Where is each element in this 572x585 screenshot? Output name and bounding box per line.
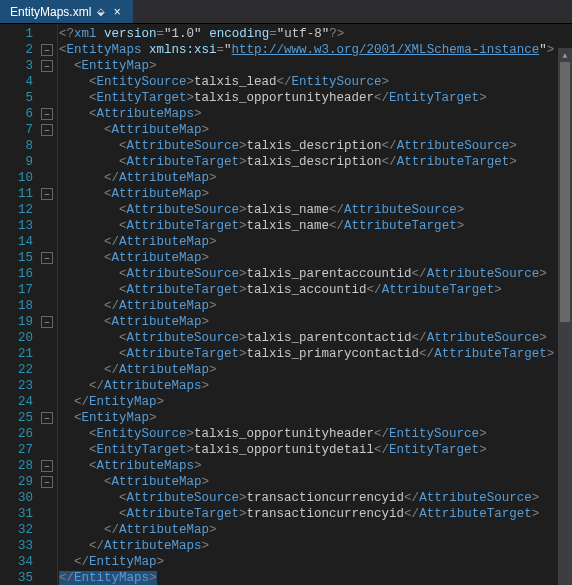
code-line[interactable]: <AttributeTarget>talxis_description</Att…	[59, 154, 572, 170]
line-number: 19	[11, 314, 39, 330]
code-line[interactable]: <AttributeTarget>transactioncurrencyid</…	[59, 506, 572, 522]
line-number: 28	[11, 458, 39, 474]
code-line[interactable]: <AttributeTarget>talxis_primarycontactid…	[59, 346, 572, 362]
code-line[interactable]: <EntityMaps xmlns:xsi="http://www.w3.org…	[59, 42, 572, 58]
code-line[interactable]: <AttributeTarget>talxis_accountid</Attri…	[59, 282, 572, 298]
line-number: 29	[11, 474, 39, 490]
fold-toggle-icon[interactable]: −	[41, 124, 53, 136]
code-line[interactable]: <EntitySource>talxis_lead</EntitySource>	[59, 74, 572, 90]
code-line[interactable]: <AttributeSource>talxis_parentcontactid<…	[59, 330, 572, 346]
code-line[interactable]: <EntityTarget>talxis_opportunitydetail</…	[59, 442, 572, 458]
line-number: 34	[11, 554, 39, 570]
gutter-row: 21	[0, 346, 57, 362]
code-line[interactable]: </EntityMap>	[59, 394, 572, 410]
line-number: 6	[11, 106, 39, 122]
vertical-scrollbar[interactable]: ▲ ▼	[558, 48, 572, 585]
line-number: 9	[11, 154, 39, 170]
fold-toggle-icon[interactable]: −	[41, 316, 53, 328]
code-line[interactable]: </AttributeMap>	[59, 298, 572, 314]
code-line[interactable]: </AttributeMap>	[59, 522, 572, 538]
fold-toggle-icon[interactable]: −	[41, 108, 53, 120]
code-line[interactable]: <AttributeMap>	[59, 314, 572, 330]
line-number: 18	[11, 298, 39, 314]
code-line[interactable]: <EntityMap>	[59, 410, 572, 426]
code-line[interactable]: <AttributeMaps>	[59, 106, 572, 122]
fold-toggle-icon[interactable]: −	[41, 60, 53, 72]
code-line[interactable]: <AttributeMap>	[59, 186, 572, 202]
line-number: 25	[11, 410, 39, 426]
code-line[interactable]: <AttributeMap>	[59, 250, 572, 266]
fold-toggle-icon[interactable]: −	[41, 412, 53, 424]
code-line[interactable]: <EntitySource>talxis_opportunityheader</…	[59, 426, 572, 442]
line-number: 13	[11, 218, 39, 234]
gutter-row: 5	[0, 90, 57, 106]
line-number: 11	[11, 186, 39, 202]
code-line[interactable]: <AttributeSource>transactioncurrencyid</…	[59, 490, 572, 506]
line-number: 1	[11, 26, 39, 42]
gutter-row: 7−	[0, 122, 57, 138]
gutter-row: 31	[0, 506, 57, 522]
file-tab[interactable]: EntityMaps.xml ⬙ ×	[0, 0, 133, 23]
gutter-row: 14	[0, 234, 57, 250]
line-number: 27	[11, 442, 39, 458]
line-number: 12	[11, 202, 39, 218]
code-line[interactable]: <AttributeTarget>talxis_name</AttributeT…	[59, 218, 572, 234]
code-line[interactable]: </AttributeMap>	[59, 362, 572, 378]
line-number: 17	[11, 282, 39, 298]
fold-toggle-icon[interactable]: −	[41, 460, 53, 472]
scroll-up-icon[interactable]: ▲	[558, 48, 572, 62]
code-line[interactable]: <?xml version="1.0" encoding="utf-8"?>	[59, 26, 572, 42]
gutter-row: 10	[0, 170, 57, 186]
fold-toggle-icon[interactable]: −	[41, 476, 53, 488]
gutter-row: 8	[0, 138, 57, 154]
line-number: 15	[11, 250, 39, 266]
line-number: 26	[11, 426, 39, 442]
gutter-row: 24	[0, 394, 57, 410]
vertical-scroll-thumb[interactable]	[560, 62, 570, 322]
line-number: 5	[11, 90, 39, 106]
line-number: 21	[11, 346, 39, 362]
gutter-row: 27	[0, 442, 57, 458]
line-number-gutter: 12−3−456−7−891011−12131415−16171819−2021…	[0, 24, 58, 585]
line-number: 23	[11, 378, 39, 394]
code-line[interactable]: </AttributeMaps>	[59, 378, 572, 394]
gutter-row: 12	[0, 202, 57, 218]
code-content[interactable]: <?xml version="1.0" encoding="utf-8"?><E…	[58, 24, 572, 585]
line-number: 10	[11, 170, 39, 186]
gutter-row: 6−	[0, 106, 57, 122]
code-line[interactable]: </EntityMap>	[59, 554, 572, 570]
code-line[interactable]: </EntityMaps>	[59, 570, 572, 585]
pin-icon[interactable]: ⬙	[97, 6, 105, 17]
code-line[interactable]: <AttributeSource>talxis_name</AttributeS…	[59, 202, 572, 218]
gutter-row: 29−	[0, 474, 57, 490]
line-number: 14	[11, 234, 39, 250]
line-number: 7	[11, 122, 39, 138]
tab-bar: EntityMaps.xml ⬙ ×	[0, 0, 572, 24]
gutter-row: 26	[0, 426, 57, 442]
code-line[interactable]: <AttributeSource>talxis_parentaccountid<…	[59, 266, 572, 282]
line-number: 20	[11, 330, 39, 346]
code-line[interactable]: <AttributeMaps>	[59, 458, 572, 474]
code-line[interactable]: </AttributeMap>	[59, 170, 572, 186]
code-line[interactable]: </AttributeMap>	[59, 234, 572, 250]
code-line[interactable]: <EntityTarget>talxis_opportunityheader</…	[59, 90, 572, 106]
code-line[interactable]: </AttributeMaps>	[59, 538, 572, 554]
gutter-row: 16	[0, 266, 57, 282]
gutter-row: 11−	[0, 186, 57, 202]
code-line[interactable]: <AttributeMap>	[59, 474, 572, 490]
code-editor[interactable]: 12−3−456−7−891011−12131415−16171819−2021…	[0, 24, 572, 585]
gutter-row: 22	[0, 362, 57, 378]
line-number: 30	[11, 490, 39, 506]
line-number: 35	[11, 570, 39, 585]
close-icon[interactable]: ×	[111, 6, 123, 18]
gutter-row: 20	[0, 330, 57, 346]
fold-toggle-icon[interactable]: −	[41, 188, 53, 200]
gutter-row: 25−	[0, 410, 57, 426]
fold-toggle-icon[interactable]: −	[41, 44, 53, 56]
fold-toggle-icon[interactable]: −	[41, 252, 53, 264]
code-line[interactable]: <AttributeSource>talxis_description</Att…	[59, 138, 572, 154]
code-line[interactable]: <EntityMap>	[59, 58, 572, 74]
line-number: 2	[11, 42, 39, 58]
code-line[interactable]: <AttributeMap>	[59, 122, 572, 138]
gutter-row: 23	[0, 378, 57, 394]
